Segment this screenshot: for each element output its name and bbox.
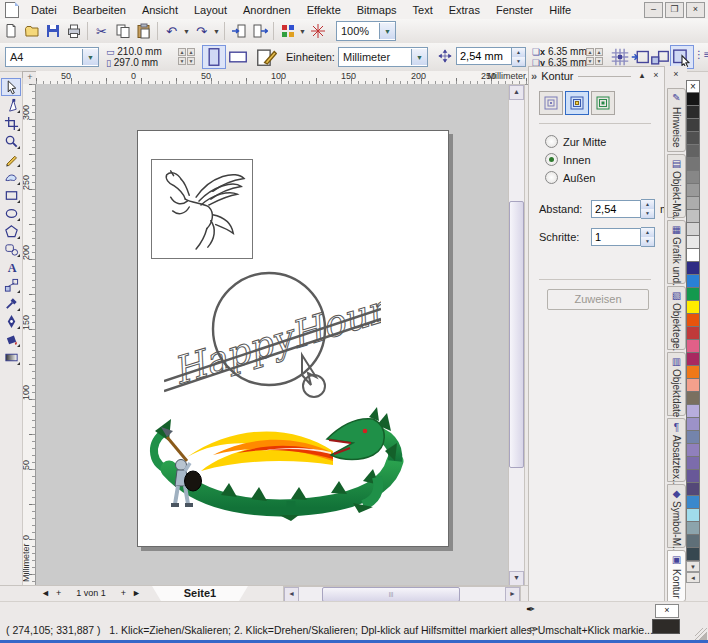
menu-anordnen[interactable]: Anordnen	[235, 2, 299, 18]
abstand-stepper[interactable]: ▲▼	[641, 199, 655, 219]
docker-tab-grafik-und-[interactable]: ▦Grafik und...	[667, 220, 686, 284]
docker-tab-symbol-m-[interactable]: ◆Symbol-M...	[667, 484, 686, 548]
menu-fenster[interactable]: Fenster	[488, 2, 541, 18]
color-swatch[interactable]	[686, 470, 700, 483]
print-button[interactable]	[63, 21, 84, 42]
radio-zur-mitte[interactable]: Zur Mitte	[545, 135, 606, 148]
shape-tool[interactable]	[1, 96, 21, 114]
docker-tab-objekt-ma-[interactable]: ▤Objekt-Ma...	[667, 154, 686, 218]
menu-hilfe[interactable]: Hilfe	[541, 2, 579, 18]
menu-bitmaps[interactable]: Bitmaps	[349, 2, 405, 18]
schritte-stepper[interactable]: ▲▼	[641, 227, 655, 247]
resize-grip-icon[interactable]	[695, 628, 707, 640]
dragon-image[interactable]	[141, 399, 436, 524]
vertical-scroll-thumb[interactable]	[509, 201, 524, 468]
docker-grip-icon[interactable]: »	[531, 70, 537, 82]
rectangle-tool[interactable]	[1, 186, 21, 204]
application-launcher-button[interactable]	[277, 21, 298, 42]
schritte-input[interactable]	[591, 228, 641, 246]
open-button[interactable]	[21, 21, 42, 42]
color-swatch[interactable]	[686, 535, 700, 548]
ellipse-tool[interactable]	[1, 204, 21, 222]
polygon-tool[interactable]	[1, 222, 21, 240]
contour-outside-button[interactable]	[591, 91, 615, 115]
contour-to-center-button[interactable]	[539, 91, 563, 115]
page-tab-seite1[interactable]: Seite1	[152, 586, 248, 601]
close-button[interactable]: ×	[686, 2, 705, 18]
color-swatch[interactable]	[686, 457, 700, 470]
zoom-tool[interactable]	[1, 132, 21, 150]
basic-shapes-tool[interactable]	[1, 240, 21, 258]
docker-tab-kontur[interactable]: ▣Kontur	[667, 550, 686, 602]
nudge-stepper[interactable]: ▲▼	[512, 47, 526, 67]
add-page-after-button[interactable]: +	[118, 586, 129, 601]
color-swatch[interactable]	[686, 548, 700, 561]
palette-scroll-down-button[interactable]: ▼	[686, 561, 700, 572]
color-swatch[interactable]	[686, 145, 700, 158]
menu-effekte[interactable]: Effekte	[299, 2, 349, 18]
color-swatch[interactable]	[686, 262, 700, 275]
radio-aussen[interactable]: Außen	[545, 171, 595, 184]
pegasus-frame[interactable]	[151, 159, 253, 259]
units-dropdown-icon[interactable]: ▼	[411, 49, 427, 65]
paper-size-combo[interactable]: A4 ▼	[5, 47, 99, 67]
whats-new-button[interactable]	[307, 21, 328, 42]
color-swatch[interactable]	[686, 158, 700, 171]
color-swatch[interactable]	[686, 418, 700, 431]
tabstrip-close-button[interactable]: ×	[669, 68, 683, 82]
docker-tab-hinweise[interactable]: ✎Hinweise	[667, 88, 686, 152]
landscape-button[interactable]	[226, 45, 250, 69]
color-swatch[interactable]	[686, 405, 700, 418]
docker-tab-absatztex-[interactable]: ¶Absatztex...	[667, 418, 686, 482]
smart-drawing-tool[interactable]	[1, 168, 21, 186]
page[interactable]: HappyHour	[137, 130, 449, 547]
color-swatch[interactable]	[686, 132, 700, 145]
no-color-swatch[interactable]: ×	[686, 80, 700, 93]
duplicate-stepper[interactable]: ▲▲▼▼	[586, 48, 603, 65]
color-swatch[interactable]	[686, 288, 700, 301]
pick-tool[interactable]	[1, 78, 21, 96]
copy-button[interactable]	[112, 21, 133, 42]
abstand-input[interactable]	[591, 200, 641, 218]
menu-extras[interactable]: Extras	[441, 2, 488, 18]
palette-flyout-button[interactable]: ◄	[686, 572, 700, 583]
color-swatch[interactable]	[686, 444, 700, 457]
launcher-dropdown[interactable]: ▼	[298, 28, 307, 35]
restore-button[interactable]: ❐	[665, 2, 684, 18]
undo-dropdown[interactable]: ▼	[182, 28, 191, 35]
color-swatch[interactable]	[686, 327, 700, 340]
fill-tool[interactable]	[1, 330, 21, 348]
color-swatch[interactable]	[686, 379, 700, 392]
color-swatch[interactable]	[686, 340, 700, 353]
zoom-level-combo[interactable]: 100% ▼	[336, 21, 396, 41]
crop-tool[interactable]	[1, 114, 21, 132]
redo-dropdown[interactable]: ▼	[212, 28, 221, 35]
happy-hour-logo[interactable]: HappyHour	[164, 259, 381, 399]
color-swatch[interactable]	[686, 509, 700, 522]
scroll-right-icon[interactable]: ►	[505, 587, 520, 602]
export-button[interactable]	[249, 21, 270, 42]
color-swatch[interactable]	[686, 314, 700, 327]
last-page-button[interactable]: ►	[129, 586, 144, 601]
docker-collapse-button[interactable]: ▴	[635, 69, 649, 83]
outline-pen-tool[interactable]	[1, 312, 21, 330]
color-swatch[interactable]	[686, 249, 700, 262]
docker-tab-objektege-[interactable]: ▧Objektege...	[667, 286, 686, 350]
import-button[interactable]	[228, 21, 249, 42]
undo-button[interactable]: ↶	[161, 21, 182, 42]
color-swatch[interactable]	[686, 496, 700, 509]
save-button[interactable]	[42, 21, 63, 42]
docker-close-button[interactable]: ×	[649, 69, 663, 83]
zuweisen-button[interactable]: Zuweisen	[547, 289, 649, 310]
eyedropper-tool[interactable]	[1, 294, 21, 312]
paste-button[interactable]	[133, 21, 154, 42]
interactive-blend-tool[interactable]	[1, 276, 21, 294]
color-swatch[interactable]	[686, 119, 700, 132]
color-swatch[interactable]	[686, 275, 700, 288]
vertical-scrollbar[interactable]: ▲ ▼	[508, 84, 525, 587]
cut-button[interactable]: ✂	[91, 21, 112, 42]
menu-ansicht[interactable]: Ansicht	[134, 2, 186, 18]
freehand-tool[interactable]	[1, 150, 21, 168]
horizontal-scroll-thumb[interactable]: |||	[322, 587, 460, 602]
color-swatch[interactable]	[686, 171, 700, 184]
